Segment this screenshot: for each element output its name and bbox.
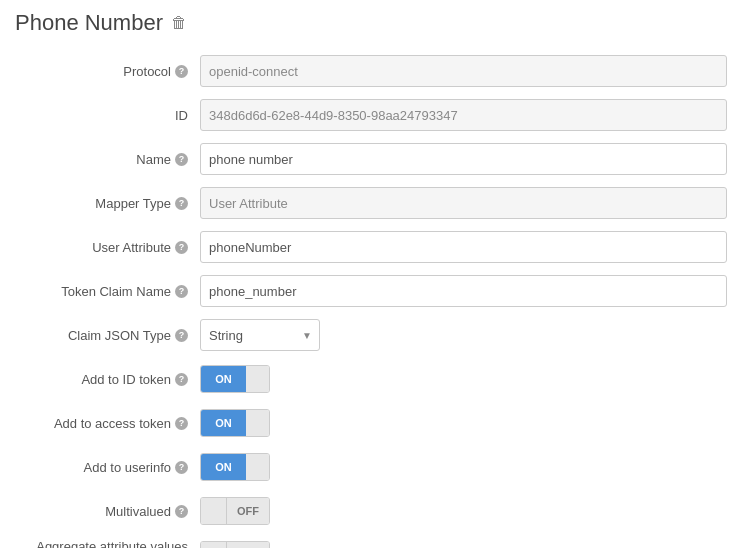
claim-json-type-help-icon[interactable]: ?	[175, 329, 188, 342]
id-input[interactable]	[200, 99, 727, 131]
name-label: Name ?	[15, 152, 200, 167]
add-userinfo-label: Add to userinfo ?	[15, 460, 200, 475]
add-access-token-help-icon[interactable]: ?	[175, 417, 188, 430]
token-claim-name-label: Token Claim Name ?	[15, 284, 200, 299]
protocol-input[interactable]	[200, 55, 727, 87]
protocol-label: Protocol ?	[15, 64, 200, 79]
toggle-on-label: ON	[201, 454, 246, 480]
multivalued-help-icon[interactable]: ?	[175, 505, 188, 518]
form-container: Protocol ? ID Name ? Mapper Type ? User …	[15, 54, 727, 548]
add-access-token-label: Add to access token ?	[15, 416, 200, 431]
token-claim-name-row: Token Claim Name ?	[15, 274, 727, 308]
user-attribute-row: User Attribute ?	[15, 230, 727, 264]
delete-icon[interactable]: 🗑	[171, 14, 187, 32]
token-claim-name-input[interactable]	[200, 275, 727, 307]
add-userinfo-help-icon[interactable]: ?	[175, 461, 188, 474]
claim-json-type-row: Claim JSON Type ? String long int boolea…	[15, 318, 727, 352]
id-label: ID	[15, 108, 200, 123]
toggle-blank-part	[201, 542, 226, 548]
page-header: Phone Number 🗑	[15, 10, 727, 36]
toggle-off-part	[246, 410, 269, 436]
name-row: Name ?	[15, 142, 727, 176]
name-input[interactable]	[200, 143, 727, 175]
add-access-token-row: Add to access token ? ON	[15, 406, 727, 440]
add-id-token-label: Add to ID token ?	[15, 372, 200, 387]
protocol-row: Protocol ?	[15, 54, 727, 88]
multivalued-row: Multivalued ? OFF	[15, 494, 727, 528]
mapper-type-input	[200, 187, 727, 219]
claim-json-type-label: Claim JSON Type ?	[15, 328, 200, 343]
protocol-help-icon[interactable]: ?	[175, 65, 188, 78]
toggle-on-label: ON	[201, 410, 246, 436]
multivalued-label: Multivalued ?	[15, 504, 200, 519]
toggle-off-label: OFF	[226, 542, 269, 548]
claim-json-type-select[interactable]: String long int boolean JSON	[200, 319, 320, 351]
name-help-icon[interactable]: ?	[175, 153, 188, 166]
toggle-off-label: OFF	[226, 498, 269, 524]
add-id-token-help-icon[interactable]: ?	[175, 373, 188, 386]
user-attribute-label: User Attribute ?	[15, 240, 200, 255]
token-claim-name-help-icon[interactable]: ?	[175, 285, 188, 298]
add-id-token-row: Add to ID token ? ON	[15, 362, 727, 396]
toggle-blank-part	[201, 498, 226, 524]
add-userinfo-toggle[interactable]: ON	[200, 453, 270, 481]
page-title: Phone Number	[15, 10, 163, 36]
toggle-off-part	[246, 454, 269, 480]
aggregate-label: Aggregate attribute values ?	[15, 539, 200, 548]
add-id-token-toggle[interactable]: ON	[200, 365, 270, 393]
add-access-token-toggle[interactable]: ON	[200, 409, 270, 437]
toggle-off-part	[246, 366, 269, 392]
claim-json-type-select-wrapper: String long int boolean JSON ▼	[200, 319, 320, 351]
aggregate-row: Aggregate attribute values ? OFF	[15, 538, 727, 548]
toggle-on-label: ON	[201, 366, 246, 392]
add-userinfo-row: Add to userinfo ? ON	[15, 450, 727, 484]
multivalued-toggle[interactable]: OFF	[200, 497, 270, 525]
mapper-type-help-icon[interactable]: ?	[175, 197, 188, 210]
mapper-type-label: Mapper Type ?	[15, 196, 200, 211]
id-row: ID	[15, 98, 727, 132]
user-attribute-input[interactable]	[200, 231, 727, 263]
mapper-type-row: Mapper Type ?	[15, 186, 727, 220]
aggregate-toggle[interactable]: OFF	[200, 541, 270, 548]
user-attribute-help-icon[interactable]: ?	[175, 241, 188, 254]
